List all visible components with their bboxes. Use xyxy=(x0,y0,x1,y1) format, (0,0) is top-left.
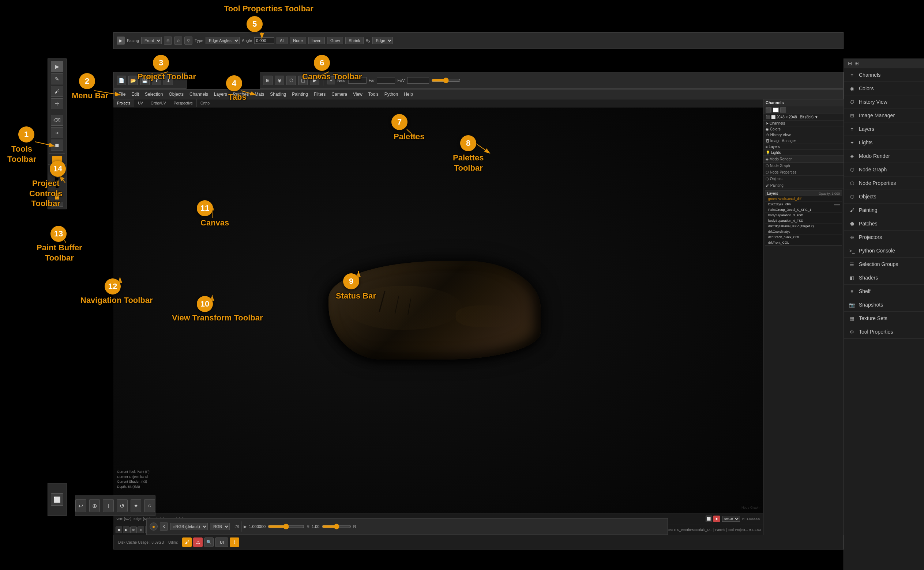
gamma-slider[interactable] xyxy=(268,524,304,529)
expand-all-icon[interactable]: ⊞ xyxy=(855,60,859,66)
palette-row-image-mgr[interactable]: 🖼 Image Manager xyxy=(763,138,844,144)
status-icon-search[interactable]: 🔍 xyxy=(204,538,214,547)
transform-nav-btn[interactable]: ✦ xyxy=(131,499,141,512)
layer-item-2[interactable]: ExitEdges_KFV ▬▬ xyxy=(765,202,842,207)
new-file-btn[interactable]: 📄 xyxy=(117,76,126,85)
viewport-icon-1[interactable]: ⬜ xyxy=(706,516,712,522)
ch-swatch-3[interactable] xyxy=(780,107,786,113)
btm-icon-4[interactable]: ≡ xyxy=(138,527,144,533)
palette-item-history[interactable]: ⏱ History View xyxy=(844,95,924,109)
palette-item-node-graph[interactable]: ⬡ Node Graph xyxy=(844,163,924,176)
palette-row-channels[interactable]: ➤ Channels xyxy=(763,121,844,126)
palette-row-colors[interactable]: ◉ Colors xyxy=(763,126,844,132)
shrink-button[interactable]: Shrink xyxy=(345,37,363,44)
palette-row-history[interactable]: ⏱ History View xyxy=(763,132,844,138)
tab-ortho[interactable]: Ortho xyxy=(197,100,213,107)
palette-item-node-props[interactable]: ⬡ Node Properties xyxy=(844,176,924,190)
brush-tool-btn[interactable]: 🖌 xyxy=(51,86,63,97)
menu-filters[interactable]: Filters xyxy=(311,91,329,98)
fill-tool-btn[interactable]: ◼ xyxy=(51,139,63,150)
menu-file[interactable]: File xyxy=(116,91,128,98)
tab-ortho-uv[interactable]: Ortho/UV xyxy=(147,100,170,107)
palette-item-image-mgr[interactable]: ⊞ Image Manager xyxy=(844,109,924,123)
circle-nav-btn[interactable]: ○ xyxy=(144,499,155,512)
palette-item-patches[interactable]: ⬟ Patches xyxy=(844,217,924,231)
layer-item-9[interactable]: drkFront_COL xyxy=(765,240,842,245)
cam-btn-3[interactable]: ⬡ xyxy=(286,76,296,85)
channel-select[interactable]: RGB xyxy=(210,523,230,530)
menu-channels[interactable]: Channels xyxy=(187,91,211,98)
facing-select[interactable]: Front xyxy=(141,37,162,44)
palette-item-layers[interactable]: ≡ Layers xyxy=(844,123,924,136)
palette-row-lights[interactable]: 💡 Lights xyxy=(763,150,844,156)
select-tool-btn[interactable]: ▶ xyxy=(51,61,63,72)
palette-item-painting[interactable]: 🖌 Painting xyxy=(844,204,924,217)
add-nav-btn[interactable]: ⊕ xyxy=(89,499,100,512)
none-button[interactable]: None xyxy=(290,37,306,44)
by-select[interactable]: Edge xyxy=(372,37,393,44)
all-button[interactable]: All xyxy=(277,37,288,44)
color-space-icon[interactable]: ● xyxy=(150,522,158,530)
viewport-3d[interactable]: Node Graph Current Tool: Paint (P) Curre… xyxy=(114,107,763,513)
rotate-nav-btn[interactable]: ↺ xyxy=(117,499,128,512)
cam-btn-1[interactable]: ⊞ xyxy=(263,76,272,85)
palette-item-tool-properties[interactable]: ⚙ Tool Properties xyxy=(844,325,924,339)
menu-painting[interactable]: Painting xyxy=(289,91,310,98)
menu-objects[interactable]: Objects xyxy=(166,91,186,98)
tab-uv[interactable]: UV xyxy=(134,100,147,107)
angle-input[interactable] xyxy=(254,37,274,44)
tab-projects[interactable]: Projects xyxy=(114,100,134,107)
eraser-tool-btn[interactable]: ⌫ xyxy=(51,115,63,126)
objects-row[interactable]: ⬡ Objects xyxy=(763,176,844,182)
palette-item-projectors[interactable]: ⊕ Projectors xyxy=(844,231,924,244)
palette-row-layers[interactable]: ≡ Layers xyxy=(763,144,844,150)
layer-item-6[interactable]: drkEdgesPanel_KFV (Target 2) xyxy=(765,224,842,229)
layer-item-1[interactable]: greenPanelsDetail_diff xyxy=(765,196,842,202)
ch-swatch-2[interactable] xyxy=(773,107,779,113)
display-select[interactable]: sRGB (default) xyxy=(170,523,208,530)
poly-icon[interactable]: ▽ xyxy=(184,37,192,44)
select-icon[interactable]: ⊙ xyxy=(174,37,182,44)
menu-python[interactable]: Python xyxy=(382,91,401,98)
palette-item-texture-sets[interactable]: ▦ Texture Sets xyxy=(844,312,924,325)
layer-item-3[interactable]: PaintGroup_Decal_K_KFG_1 xyxy=(765,207,842,213)
move-tool-btn[interactable]: ✛ xyxy=(51,98,63,109)
palette-item-selection-groups[interactable]: ☰ Selection Groups xyxy=(844,257,924,271)
painting-row[interactable]: 🖌 Painting xyxy=(763,182,844,189)
palette-item-channels[interactable]: ≡ Channels xyxy=(844,68,924,82)
down-nav-btn[interactable]: ↓ xyxy=(103,499,114,512)
r-slider[interactable] xyxy=(322,524,351,529)
status-icon-warning[interactable]: ! xyxy=(230,538,239,547)
menu-help[interactable]: Help xyxy=(401,91,415,98)
node-graph-row[interactable]: ⬡ Node Graph xyxy=(763,162,844,169)
invert-button[interactable]: Invert xyxy=(308,37,325,44)
palette-item-colors[interactable]: ◉ Colors xyxy=(844,82,924,95)
menu-selection[interactable]: Selection xyxy=(142,91,165,98)
paint-buffer-icon[interactable]: ⬜ xyxy=(51,493,63,506)
select-tool-icon[interactable]: ▶ xyxy=(117,37,125,44)
tab-perspective[interactable]: Perspective xyxy=(170,100,197,107)
palette-item-shelf[interactable]: ≡ Shelf xyxy=(844,285,924,298)
menu-layers[interactable]: Layers xyxy=(211,91,230,98)
far-input[interactable] xyxy=(377,77,395,84)
btm-icon-2[interactable]: ▶ xyxy=(123,527,129,533)
node-props-row[interactable]: ⬡ Node Properties xyxy=(763,169,844,176)
layer-item-7[interactable]: drkCoordinatys xyxy=(765,229,842,234)
menu-camera[interactable]: Camera xyxy=(329,91,350,98)
menu-edit[interactable]: Edit xyxy=(129,91,141,98)
type-select[interactable]: Edge Angles xyxy=(206,37,240,44)
ch-swatch-1[interactable]: ⬛ xyxy=(766,107,772,113)
menu-shading[interactable]: Shading xyxy=(268,91,289,98)
btm-icon-3[interactable]: ⊕ xyxy=(130,527,137,533)
menu-mats[interactable]: Mats xyxy=(252,91,267,98)
palette-item-lights[interactable]: ✦ Lights xyxy=(844,136,924,149)
status-icon-ui[interactable]: UI xyxy=(215,538,228,547)
smear-tool-btn[interactable]: ≈ xyxy=(51,127,63,138)
status-icon-paint[interactable]: 🖌 xyxy=(182,538,192,547)
collapse-all-icon[interactable]: ⊟ xyxy=(848,60,852,66)
lut-icon[interactable]: K xyxy=(160,522,168,530)
layer-item-4[interactable]: bodySeparation_3_FSD xyxy=(765,213,842,218)
btm-icon-1[interactable]: ◼ xyxy=(115,527,122,533)
menu-view[interactable]: View xyxy=(351,91,365,98)
palette-item-snapshots[interactable]: 📷 Snapshots xyxy=(844,298,924,312)
